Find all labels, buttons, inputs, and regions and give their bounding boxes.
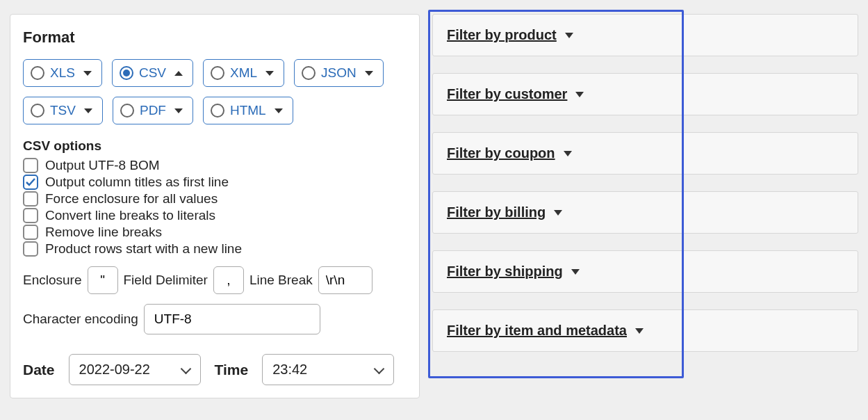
format-pdf-button[interactable]: PDF — [113, 97, 193, 124]
filter-link: Filter by product — [447, 27, 573, 43]
format-options-row: XLS CSV XML JSON TSV — [23, 59, 407, 124]
date-select[interactable]: 2022-09-22 — [69, 354, 201, 385]
format-xml-button[interactable]: XML — [203, 59, 284, 87]
check-remove-linebreaks[interactable]: Remove line breaks — [23, 225, 407, 240]
format-csv-button[interactable]: CSV — [112, 59, 193, 87]
enclosure-label: Enclosure — [23, 273, 82, 288]
checkbox-icon — [23, 191, 38, 207]
filter-by-coupon[interactable]: Filter by coupon — [432, 132, 858, 175]
filter-link: Filter by coupon — [447, 145, 572, 161]
caret-down-icon — [571, 269, 580, 275]
filter-label: Filter by billing — [447, 204, 546, 220]
format-label: JSON — [321, 65, 357, 81]
check-convert-linebreaks[interactable]: Convert line breaks to literals — [23, 208, 407, 223]
check-label: Output column titles as first line — [45, 175, 229, 190]
filters-panel: Filter by product Filter by customer Fil… — [432, 0, 858, 398]
format-html-button[interactable]: HTML — [203, 97, 293, 124]
format-label: HTML — [230, 103, 266, 118]
format-label: TSV — [50, 103, 76, 118]
csv-options-title: CSV options — [23, 138, 407, 154]
encoding-label: Character encoding — [23, 312, 138, 327]
format-label: XML — [230, 65, 257, 81]
format-json-button[interactable]: JSON — [294, 59, 384, 87]
filter-label: Filter by product — [447, 27, 557, 43]
checkbox-icon — [23, 225, 38, 240]
check-product-rows-newline[interactable]: Product rows start with a new line — [23, 241, 407, 257]
checkbox-icon — [23, 208, 38, 223]
caret-down-icon — [575, 92, 584, 97]
radio-icon — [31, 66, 44, 80]
time-value: 23:42 — [272, 362, 307, 378]
check-force-enclosure[interactable]: Force enclosure for all values — [23, 191, 407, 207]
check-label: Product rows start with a new line — [45, 241, 242, 257]
date-value: 2022-09-22 — [79, 362, 150, 378]
format-label: PDF — [140, 103, 166, 118]
filter-by-item-metadata[interactable]: Filter by item and metadata — [432, 309, 858, 352]
filter-link: Filter by customer — [447, 86, 584, 102]
date-label: Date — [23, 362, 55, 378]
filter-by-product[interactable]: Filter by product — [432, 14, 858, 56]
filter-label: Filter by item and metadata — [447, 323, 627, 339]
delimiter-label: Field Delimiter — [124, 273, 208, 288]
caret-down-icon — [564, 151, 572, 156]
format-xls-button[interactable]: XLS — [23, 59, 102, 87]
encoding-row: Character encoding — [23, 304, 407, 334]
check-label: Force enclosure for all values — [45, 191, 218, 207]
filter-by-customer[interactable]: Filter by customer — [432, 73, 858, 115]
chevron-down-icon — [374, 365, 384, 375]
check-column-titles[interactable]: Output column titles as first line — [23, 175, 407, 190]
check-label: Convert line breaks to literals — [45, 208, 215, 223]
check-label: Remove line breaks — [45, 225, 162, 240]
check-utf8-bom[interactable]: Output UTF-8 BOM — [23, 158, 407, 173]
filter-label: Filter by shipping — [447, 264, 563, 280]
format-label: CSV — [139, 65, 166, 81]
checkbox-icon — [23, 175, 38, 190]
checkbox-icon — [23, 241, 38, 257]
encoding-input[interactable] — [144, 304, 320, 334]
radio-icon — [31, 104, 44, 118]
radio-icon — [120, 66, 133, 80]
radio-icon — [211, 66, 224, 80]
enclosure-input[interactable] — [88, 266, 118, 294]
radio-icon — [120, 104, 134, 118]
delimiter-row: Enclosure Field Delimiter Line Break — [23, 266, 407, 294]
time-label: Time — [215, 362, 249, 378]
caret-down-icon — [365, 71, 373, 76]
time-select[interactable]: 23:42 — [262, 354, 394, 385]
linebreak-label: Line Break — [249, 273, 313, 288]
checkbox-icon — [23, 158, 38, 173]
caret-down-icon — [174, 108, 183, 113]
caret-down-icon — [265, 71, 274, 76]
linebreak-input[interactable] — [318, 266, 372, 294]
filter-link: Filter by billing — [447, 204, 562, 220]
filter-link: Filter by shipping — [447, 264, 580, 280]
check-label: Output UTF-8 BOM — [45, 158, 160, 173]
caret-down-icon — [275, 108, 283, 113]
filter-by-billing[interactable]: Filter by billing — [432, 191, 858, 234]
chevron-down-icon — [181, 365, 190, 375]
format-panel: Format XLS CSV XML JSON — [10, 14, 420, 398]
format-label: XLS — [50, 65, 75, 81]
caret-down-icon — [83, 71, 92, 76]
delimiter-input[interactable] — [213, 266, 244, 294]
filter-link: Filter by item and metadata — [447, 323, 644, 339]
filter-by-shipping[interactable]: Filter by shipping — [432, 250, 858, 293]
format-tsv-button[interactable]: TSV — [23, 97, 103, 124]
datetime-row: Date 2022-09-22 Time 23:42 — [23, 354, 407, 385]
caret-down-icon — [635, 328, 644, 334]
caret-down-icon — [554, 210, 562, 216]
caret-down-icon — [565, 33, 573, 38]
format-title: Format — [23, 29, 407, 47]
filter-label: Filter by customer — [447, 86, 567, 102]
caret-up-icon — [174, 71, 183, 76]
caret-down-icon — [84, 108, 92, 113]
radio-icon — [211, 104, 224, 118]
filter-label: Filter by coupon — [447, 145, 555, 161]
radio-icon — [302, 66, 316, 80]
